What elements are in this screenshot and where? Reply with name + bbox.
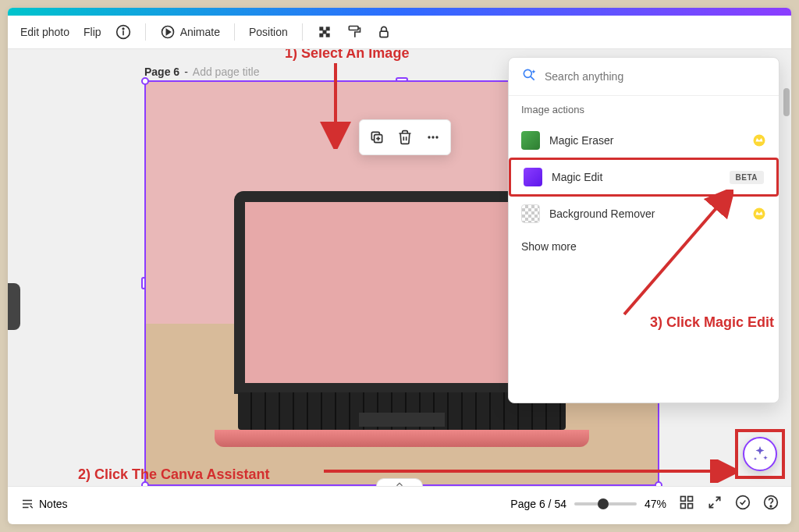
resize-handle-bottom-right[interactable] bbox=[655, 481, 662, 486]
svg-rect-10 bbox=[380, 31, 388, 37]
notes-label: Notes bbox=[39, 498, 68, 510]
action-label: Background Remover bbox=[549, 207, 743, 220]
more-options-icon[interactable] bbox=[421, 125, 446, 150]
magic-eraser-icon bbox=[521, 131, 540, 150]
trash-icon[interactable] bbox=[392, 125, 417, 150]
svg-rect-29 bbox=[681, 504, 686, 509]
lock-icon[interactable] bbox=[376, 24, 392, 40]
toolbar-separator bbox=[145, 23, 146, 41]
action-label: Magic Eraser bbox=[549, 134, 743, 147]
action-magic-edit[interactable]: Magic Edit BETA bbox=[509, 158, 779, 197]
page-title-separator: - bbox=[184, 66, 188, 78]
flip-button[interactable]: Flip bbox=[83, 26, 101, 38]
notes-button[interactable]: Notes bbox=[20, 497, 68, 511]
assistant-panel: Image actions Magic Eraser Magic Edit BE… bbox=[508, 57, 779, 403]
toolbar-separator bbox=[234, 23, 235, 41]
svg-point-14 bbox=[428, 136, 430, 138]
scrollbar-thumb[interactable] bbox=[783, 88, 790, 116]
window-header-gradient bbox=[8, 8, 791, 16]
svg-point-35 bbox=[770, 505, 772, 507]
action-background-remover[interactable]: Background Remover bbox=[509, 197, 779, 231]
page-counter: Page 6 / 54 bbox=[510, 498, 566, 510]
svg-rect-8 bbox=[325, 34, 329, 37]
search-sparkle-icon bbox=[521, 67, 537, 86]
svg-line-18 bbox=[531, 76, 534, 80]
zoom-slider-thumb[interactable] bbox=[598, 498, 609, 509]
resize-handle-bottom-left[interactable] bbox=[141, 481, 149, 486]
canvas-area: Page 6 - Add page title bbox=[8, 49, 791, 486]
beta-badge: BETA bbox=[730, 171, 764, 184]
toolbar-separator bbox=[302, 23, 303, 41]
svg-rect-27 bbox=[681, 497, 686, 502]
resize-handle-mid-top[interactable] bbox=[396, 77, 408, 82]
app-window: Edit photo Flip Animate Position Page 6 … bbox=[8, 8, 791, 524]
paint-roller-icon[interactable] bbox=[346, 24, 362, 40]
transparency-icon[interactable] bbox=[317, 24, 332, 40]
search-row bbox=[509, 58, 779, 96]
svg-point-15 bbox=[431, 136, 434, 138]
crown-icon bbox=[752, 207, 766, 221]
laptop-base bbox=[215, 430, 589, 447]
bottom-bar: Notes Page 6 / 54 47% bbox=[8, 486, 791, 520]
image-actions-header: Image actions bbox=[509, 96, 779, 123]
action-magic-eraser[interactable]: Magic Eraser bbox=[509, 123, 779, 158]
page-title-placeholder[interactable]: Add page title bbox=[193, 66, 260, 78]
svg-point-17 bbox=[524, 69, 531, 77]
crown-icon bbox=[752, 133, 766, 147]
svg-rect-9 bbox=[349, 27, 358, 30]
sidebar-collapsed-tab[interactable] bbox=[8, 283, 20, 330]
help-icon[interactable] bbox=[763, 495, 779, 512]
canva-assistant-fab[interactable] bbox=[743, 437, 777, 471]
search-input[interactable] bbox=[545, 70, 766, 83]
svg-rect-30 bbox=[688, 504, 693, 509]
checkmark-circle-icon[interactable] bbox=[735, 495, 751, 512]
svg-rect-28 bbox=[688, 497, 693, 502]
action-label: Magic Edit bbox=[552, 171, 720, 183]
animate-label: Animate bbox=[180, 26, 220, 38]
page-header: Page 6 - Add page title bbox=[144, 65, 517, 78]
info-icon[interactable] bbox=[115, 24, 131, 40]
duplicate-icon[interactable] bbox=[364, 125, 389, 150]
resize-handle-mid-left[interactable] bbox=[141, 277, 146, 289]
animate-button[interactable]: Animate bbox=[160, 24, 220, 40]
background-remover-icon bbox=[521, 204, 540, 223]
page-number-label: Page 6 bbox=[144, 66, 179, 78]
svg-rect-7 bbox=[319, 34, 323, 37]
zoom-slider[interactable] bbox=[574, 502, 637, 505]
zoom-value: 47% bbox=[645, 498, 666, 510]
annotation-step1: 1) Select An Image bbox=[285, 49, 409, 62]
toolbar: Edit photo Flip Animate Position bbox=[8, 16, 791, 49]
fullscreen-icon[interactable] bbox=[707, 495, 723, 512]
page-navigation: Page 6 / 54 47% bbox=[510, 498, 666, 510]
page-tray-handle[interactable] bbox=[376, 478, 423, 486]
svg-point-2 bbox=[123, 28, 124, 30]
edit-photo-button[interactable]: Edit photo bbox=[20, 26, 69, 38]
position-button[interactable]: Position bbox=[249, 26, 288, 38]
svg-point-16 bbox=[435, 136, 438, 138]
floating-context-menu bbox=[359, 119, 451, 155]
resize-handle-top-left[interactable] bbox=[141, 77, 149, 85]
magic-edit-icon bbox=[524, 168, 542, 186]
show-more-link[interactable]: Show more bbox=[509, 231, 779, 262]
grid-view-icon[interactable] bbox=[679, 495, 694, 512]
svg-point-33 bbox=[737, 496, 750, 509]
